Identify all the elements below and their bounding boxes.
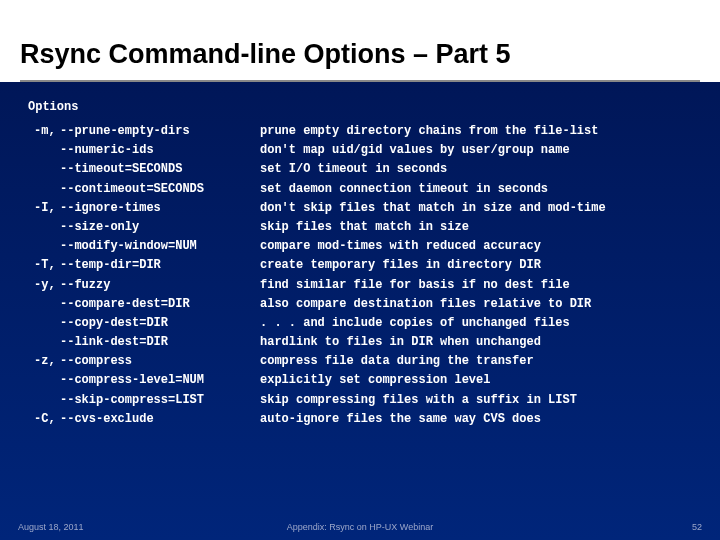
option-short [28,391,60,410]
option-row: -m,--prune-empty-dirsprune empty directo… [28,122,606,141]
option-long: --fuzzy [60,276,260,295]
option-long: --size-only [60,218,260,237]
option-row: --numeric-idsdon't map uid/gid values by… [28,141,606,160]
option-desc: don't map uid/gid values by user/group n… [260,141,606,160]
option-desc: auto-ignore files the same way CVS does [260,410,606,429]
option-short [28,180,60,199]
option-short: -T, [28,256,60,275]
option-short: -C, [28,410,60,429]
option-long: --compress [60,352,260,371]
option-row: -z,--compresscompress file data during t… [28,352,606,371]
option-long: --copy-dest=DIR [60,314,260,333]
option-row: --link-dest=DIRhardlink to files in DIR … [28,333,606,352]
option-short [28,141,60,160]
option-short: -z, [28,352,60,371]
option-long: --skip-compress=LIST [60,391,260,410]
option-row: --skip-compress=LISTskip compressing fil… [28,391,606,410]
option-long: --prune-empty-dirs [60,122,260,141]
option-row: --copy-dest=DIR. . . and include copies … [28,314,606,333]
option-short [28,314,60,333]
option-desc: skip files that match in size [260,218,606,237]
option-short [28,237,60,256]
option-desc: hardlink to files in DIR when unchanged [260,333,606,352]
option-desc: compare mod-times with reduced accuracy [260,237,606,256]
option-long: --compress-level=NUM [60,371,260,390]
option-row: -T,--temp-dir=DIRcreate temporary files … [28,256,606,275]
slide-body: Options -m,--prune-empty-dirsprune empty… [0,82,720,429]
option-long: --cvs-exclude [60,410,260,429]
option-desc: . . . and include copies of unchanged fi… [260,314,606,333]
title-bar: Rsync Command-line Options – Part 5 [0,0,720,82]
option-long: --temp-dir=DIR [60,256,260,275]
option-row: --timeout=SECONDSset I/O timeout in seco… [28,160,606,179]
option-long: --numeric-ids [60,141,260,160]
option-desc: set I/O timeout in seconds [260,160,606,179]
option-row: --size-onlyskip files that match in size [28,218,606,237]
option-row: --modify-window=NUMcompare mod-times wit… [28,237,606,256]
options-table: -m,--prune-empty-dirsprune empty directo… [28,122,606,429]
option-long: --link-dest=DIR [60,333,260,352]
option-row: -y,--fuzzyfind similar file for basis if… [28,276,606,295]
option-short: -m, [28,122,60,141]
option-short [28,160,60,179]
option-short [28,295,60,314]
option-row: -C,--cvs-excludeauto-ignore files the sa… [28,410,606,429]
option-desc: explicitly set compression level [260,371,606,390]
page-title: Rsync Command-line Options – Part 5 [20,39,700,82]
option-desc: compress file data during the transfer [260,352,606,371]
option-short [28,371,60,390]
option-short [28,218,60,237]
option-long: --contimeout=SECONDS [60,180,260,199]
option-desc: create temporary files in directory DIR [260,256,606,275]
footer-center: Appendix: Rsync on HP-UX Webinar [0,522,720,532]
option-short [28,333,60,352]
section-header: Options [28,100,692,114]
option-short: -I, [28,199,60,218]
option-desc: don't skip files that match in size and … [260,199,606,218]
option-long: --compare-dest=DIR [60,295,260,314]
option-long: --ignore-times [60,199,260,218]
footer: August 18, 2011 Appendix: Rsync on HP-UX… [0,522,720,532]
option-row: --contimeout=SECONDSset daemon connectio… [28,180,606,199]
option-long: --modify-window=NUM [60,237,260,256]
option-row: -I,--ignore-timesdon't skip files that m… [28,199,606,218]
option-desc: find similar file for basis if no dest f… [260,276,606,295]
option-desc: set daemon connection timeout in seconds [260,180,606,199]
option-row: --compress-level=NUMexplicitly set compr… [28,371,606,390]
option-desc: prune empty directory chains from the fi… [260,122,606,141]
option-short: -y, [28,276,60,295]
option-row: --compare-dest=DIRalso compare destinati… [28,295,606,314]
option-long: --timeout=SECONDS [60,160,260,179]
option-desc: also compare destination files relative … [260,295,606,314]
option-desc: skip compressing files with a suffix in … [260,391,606,410]
